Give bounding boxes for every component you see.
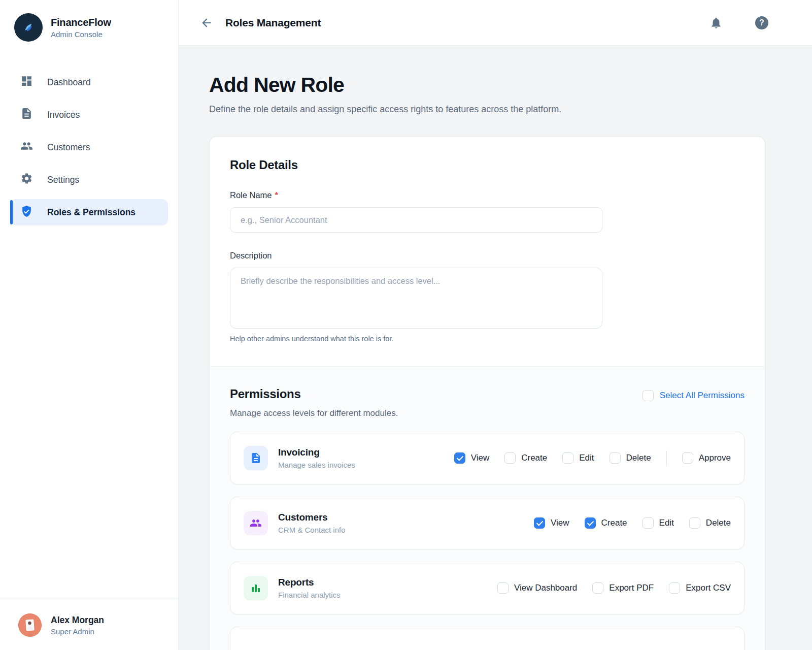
user-name: Alex Morgan [51, 615, 104, 626]
role-name-label: Role Name * [230, 190, 745, 200]
bell-icon[interactable] [708, 15, 724, 30]
checkbox-view[interactable] [534, 517, 545, 529]
permission-view[interactable]: View [454, 452, 490, 464]
permission-edit[interactable]: Edit [642, 517, 674, 529]
permission-delete[interactable]: Delete [689, 517, 731, 529]
checkbox-delete[interactable] [689, 517, 700, 529]
checkbox-export-csv[interactable] [669, 582, 680, 594]
permission-export-pdf[interactable]: Export PDF [592, 582, 654, 594]
sidebar-item-roles-permissions[interactable]: Roles & Permissions [10, 199, 168, 225]
sidebar-item-label: Settings [47, 175, 79, 185]
module-description: Manage sales invoices [278, 461, 355, 469]
sidebar: FinanceFlow Admin Console Dashboard Invo… [0, 0, 179, 650]
permission-view[interactable]: View [534, 517, 569, 529]
brand: FinanceFlow Admin Console [0, 0, 178, 47]
role-form-card: Role Details Role Name * Description Hel… [209, 136, 765, 650]
role-details-section: Role Details Role Name * Description Hel… [210, 137, 765, 366]
checkbox-edit[interactable] [642, 517, 654, 529]
sidebar-item-invoices[interactable]: Invoices [10, 102, 168, 128]
permission-approve[interactable]: Approve [682, 452, 731, 464]
permissions-subtitle: Manage access levels for different modul… [230, 408, 398, 418]
sidebar-nav: Dashboard Invoices Customers Settings Ro… [0, 69, 178, 600]
back-arrow-icon[interactable] [199, 15, 214, 30]
description-helper-text: Help other admins understand what this r… [230, 335, 745, 343]
role-name-input[interactable] [230, 207, 602, 233]
permission-delete[interactable]: Delete [610, 452, 651, 464]
checkbox-delete[interactable] [610, 452, 621, 464]
select-all-permissions[interactable]: Select All Permissions [642, 390, 745, 401]
checkbox-create[interactable] [504, 452, 516, 464]
description-textarea[interactable] [230, 268, 602, 329]
sidebar-item-label: Dashboard [47, 77, 91, 88]
checkbox-view[interactable] [454, 452, 465, 464]
options-divider [666, 450, 667, 466]
brand-subtitle: Admin Console [51, 30, 111, 39]
permission-row-customers: Customers CRM & Contact info View Create [230, 497, 745, 549]
description-label: Description [230, 251, 745, 261]
sidebar-item-label: Invoices [47, 110, 80, 120]
permission-export-csv[interactable]: Export CSV [669, 582, 731, 594]
permission-view-dashboard[interactable]: View Dashboard [497, 582, 577, 594]
permission-edit[interactable]: Edit [562, 452, 594, 464]
permission-create[interactable]: Create [504, 452, 547, 464]
page-title: Add New Role [209, 73, 765, 97]
checkbox-approve[interactable] [682, 452, 693, 464]
invoice-icon [20, 107, 33, 122]
user-avatar [18, 613, 42, 637]
help-icon[interactable] [754, 15, 769, 30]
module-description: CRM & Contact info [278, 526, 346, 534]
permission-row-reports: Reports Financial analytics View Dashboa… [230, 562, 745, 614]
checkbox-export-pdf[interactable] [592, 582, 603, 594]
invoice-doc-icon [244, 446, 268, 470]
select-all-label: Select All Permissions [660, 391, 745, 401]
permissions-heading: Permissions [230, 387, 398, 401]
module-name: Invoicing [278, 447, 355, 458]
module-description: Financial analytics [278, 591, 341, 599]
page-subtitle: Define the role details and assign speci… [209, 104, 765, 115]
bar-chart-icon [244, 576, 268, 600]
main-area: Roles Management Add New Role Define the… [179, 0, 812, 650]
permissions-section: Permissions Manage access levels for dif… [210, 366, 765, 650]
settings-icon [20, 172, 33, 187]
module-name: Customers [278, 512, 346, 523]
permission-row-partial [230, 627, 745, 650]
sidebar-item-label: Customers [47, 142, 90, 153]
sidebar-item-dashboard[interactable]: Dashboard [10, 69, 168, 95]
page-header-title: Roles Management [225, 17, 321, 29]
select-all-checkbox[interactable] [642, 390, 654, 401]
user-role: Super Admin [51, 627, 104, 636]
role-details-heading: Role Details [230, 158, 745, 172]
sidebar-item-settings[interactable]: Settings [10, 167, 168, 193]
checkbox-view-dashboard[interactable] [497, 582, 509, 594]
customers-icon [20, 140, 33, 155]
people-icon [244, 511, 268, 535]
sidebar-item-label: Roles & Permissions [47, 207, 136, 218]
checkbox-edit[interactable] [562, 452, 573, 464]
sidebar-user[interactable]: Alex Morgan Super Admin [0, 600, 178, 650]
module-name: Reports [278, 577, 341, 588]
checkbox-create[interactable] [585, 517, 596, 529]
financeflow-logo-icon [14, 13, 43, 42]
permission-create[interactable]: Create [585, 517, 627, 529]
required-asterisk: * [275, 190, 278, 200]
sidebar-item-customers[interactable]: Customers [10, 134, 168, 160]
shield-check-icon [20, 205, 33, 220]
brand-name: FinanceFlow [51, 17, 111, 28]
dashboard-icon [20, 75, 33, 90]
top-header: Roles Management [179, 0, 812, 46]
permission-row-invoicing: Invoicing Manage sales invoices View Cre… [230, 432, 745, 484]
content-area: Add New Role Define the role details and… [179, 46, 812, 650]
